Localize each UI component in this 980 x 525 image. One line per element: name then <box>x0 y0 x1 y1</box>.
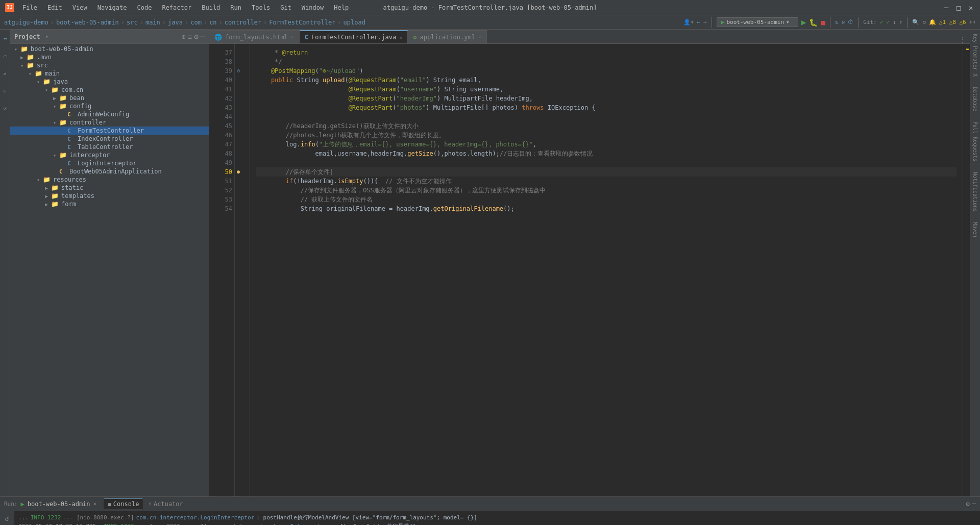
sidebar-maven[interactable]: Maven <box>971 220 979 239</box>
menu-navigate[interactable]: Navigate <box>93 3 131 12</box>
yml-file-icon: ⚙ <box>413 34 416 41</box>
tree-src[interactable]: ▾ 📁 src <box>10 61 209 69</box>
tree-interceptor-folder[interactable]: ▾ 📁 interceptor <box>10 151 209 159</box>
git-push[interactable]: ↑ <box>899 19 903 26</box>
sidebar-database[interactable]: Database <box>971 85 979 113</box>
run-button[interactable]: ▶ <box>801 17 806 27</box>
panel-close-btn[interactable]: ─ <box>201 33 205 41</box>
breadcrumb-cn[interactable]: cn <box>209 19 216 26</box>
tree-controller-folder[interactable]: ▾ 📁 controller <box>10 118 209 127</box>
git-checkmark1[interactable]: ✓ <box>880 19 884 26</box>
menu-file[interactable]: File <box>18 3 41 12</box>
tab-application-yml-close[interactable]: ✕ <box>478 34 481 40</box>
menu-tools[interactable]: Tools <box>248 3 274 12</box>
build-button[interactable]: ⚒ <box>842 19 845 26</box>
sidebar-commit-icon[interactable]: C <box>0 49 10 64</box>
tree-comcn[interactable]: ▾ 📁 com.cn <box>10 86 209 94</box>
breadcrumb-controller[interactable]: controller <box>225 19 261 26</box>
restart-btn[interactable]: ↺ <box>2 513 12 523</box>
panel-dropdown-icon[interactable]: ▾ <box>45 33 49 40</box>
run-config-dropdown[interactable]: ▶ boot-web-05-admin ▾ <box>717 17 798 27</box>
settings-button[interactable]: ⚙ <box>922 19 926 26</box>
breadcrumb-java[interactable]: java <box>168 19 183 26</box>
tree-main[interactable]: ▾ 📁 main <box>10 69 209 78</box>
tree-bootweb05[interactable]: C BootWeb05AdminApplication <box>10 167 209 176</box>
bottom-tab-console[interactable]: ≡ Console <box>104 498 143 509</box>
tree-root[interactable]: ▾ 📁 boot-web-05-admin <box>10 45 209 53</box>
tree-formtestcontroller[interactable]: C FormTestController <box>10 127 209 135</box>
tab-form-layouts-close[interactable]: ✕ <box>291 34 294 40</box>
menu-run[interactable]: Run <box>226 3 246 12</box>
search-button[interactable]: 🔍 <box>912 19 919 26</box>
sidebar-structure-icon[interactable]: S <box>0 101 10 116</box>
tab-formtestcontroller[interactable]: C FormTestController.java ✕ <box>300 30 408 43</box>
menu-refactor[interactable]: Refactor <box>158 3 195 12</box>
bottom-settings-btn[interactable]: ⚙ <box>966 500 970 508</box>
sidebar-notifications[interactable]: Notifications <box>971 170 979 214</box>
menu-help[interactable]: Help <box>330 3 353 12</box>
tree-mvn[interactable]: ▶ 📁 .mvn <box>10 53 209 61</box>
tab-formtestcontroller-close[interactable]: ✕ <box>399 35 402 40</box>
breadcrumb-src[interactable]: src <box>127 19 138 26</box>
collapse-button[interactable]: ⬆⬇ <box>969 19 976 26</box>
editor-scrollbar[interactable]: ▬ <box>963 44 970 496</box>
tree-tablecontroller[interactable]: C TableController <box>10 143 209 151</box>
tree-java[interactable]: ▾ 📁 java <box>10 78 209 86</box>
tree-form[interactable]: ▶ 📁 form <box>10 200 209 208</box>
forward-button[interactable]: → <box>703 19 707 26</box>
panel-collapse-btn[interactable]: ≡ <box>188 33 192 41</box>
history-button[interactable]: ⏱ <box>848 19 853 26</box>
tree-bean[interactable]: ▶ 📁 bean <box>10 94 209 102</box>
git-checkmark2[interactable]: ✓ <box>886 19 890 26</box>
tree-mvn-label: .mvn <box>37 54 52 61</box>
console-text[interactable]: ... INFO 1232 --- [nio-8080-exec-?] com.… <box>14 511 980 525</box>
code-line-44 <box>256 112 957 121</box>
panel-locate-btn[interactable]: ⊕ <box>181 33 185 41</box>
breadcrumb-project[interactable]: atguigu-demo <box>4 19 48 26</box>
minimize-button[interactable]: ─ <box>942 4 950 12</box>
tab-application-yml[interactable]: ⚙ application.yml ✕ <box>408 30 487 43</box>
sidebar-pull-requests[interactable]: Pull Requests <box>971 119 979 163</box>
menu-window[interactable]: Window <box>298 3 328 12</box>
breadcrumb-com[interactable]: com <box>190 19 202 26</box>
run-tab-close[interactable]: ✕ <box>93 501 97 507</box>
code-editor[interactable]: 37 38 39 40 41 42 43 44 45 46 47 48 49 5… <box>209 44 970 496</box>
sidebar-key-promoter[interactable]: Key Promoter X <box>971 32 979 79</box>
menu-build[interactable]: Build <box>198 3 224 12</box>
back-button[interactable]: ← <box>697 19 701 26</box>
recent-files-btn[interactable]: ⋮ <box>960 36 966 43</box>
update-button[interactable]: ↻ <box>835 19 839 26</box>
menu-git[interactable]: Git <box>276 3 296 12</box>
code-content[interactable]: * @return */ @PostMapping("⊙~/upload") p… <box>250 44 963 496</box>
tree-templates[interactable]: ▶ 📁 templates <box>10 192 209 200</box>
notifications-button[interactable]: 🔔 <box>929 19 936 26</box>
maximize-button[interactable]: □ <box>954 4 963 12</box>
panel-settings-btn[interactable]: ⚙ <box>194 33 198 41</box>
menu-view[interactable]: View <box>68 3 91 12</box>
tree-static[interactable]: ▶ 📁 static <box>10 184 209 192</box>
git-update[interactable]: ↓ <box>893 19 896 26</box>
close-button[interactable]: ✕ <box>967 4 975 12</box>
breadcrumb-module[interactable]: boot-web-05-admin <box>56 19 119 26</box>
tree-resources[interactable]: ▾ 📁 resources <box>10 176 209 184</box>
profile-icon[interactable]: 👤▾ <box>683 19 694 26</box>
breadcrumb-method[interactable]: upload <box>344 19 365 26</box>
tree-config[interactable]: ▾ 📁 config <box>10 102 209 110</box>
breadcrumb-class[interactable]: FormTestController <box>269 19 335 26</box>
panel-actions: ⊕ ≡ ⚙ ─ <box>181 33 205 41</box>
breadcrumb-main[interactable]: main <box>145 19 160 26</box>
bottom-tab-actuator[interactable]: ⚡ Actuator <box>144 499 187 509</box>
menu-code[interactable]: Code <box>133 3 156 12</box>
sidebar-bookmark-icon[interactable]: ⊞ <box>0 84 10 99</box>
menu-edit[interactable]: Edit <box>43 3 66 12</box>
debug-button[interactable]: 🐛 <box>809 18 818 27</box>
tree-logininterceptor[interactable]: C LoginInterceptor <box>10 159 209 167</box>
tab-form-layouts[interactable]: 🌐 form_layouts.html ✕ <box>209 30 300 43</box>
tree-adminwebconfig[interactable]: C AdminWebConfig <box>10 110 209 118</box>
run-config-name[interactable]: boot-web-05-admin <box>28 501 90 508</box>
stop-button[interactable]: ■ <box>821 18 825 27</box>
sidebar-pullrequest-icon[interactable]: ⇅ <box>0 66 10 82</box>
sidebar-project-icon[interactable]: P <box>0 32 10 47</box>
bottom-minimize-btn[interactable]: ─ <box>972 500 976 508</box>
tree-indexcontroller[interactable]: C IndexController <box>10 135 209 143</box>
